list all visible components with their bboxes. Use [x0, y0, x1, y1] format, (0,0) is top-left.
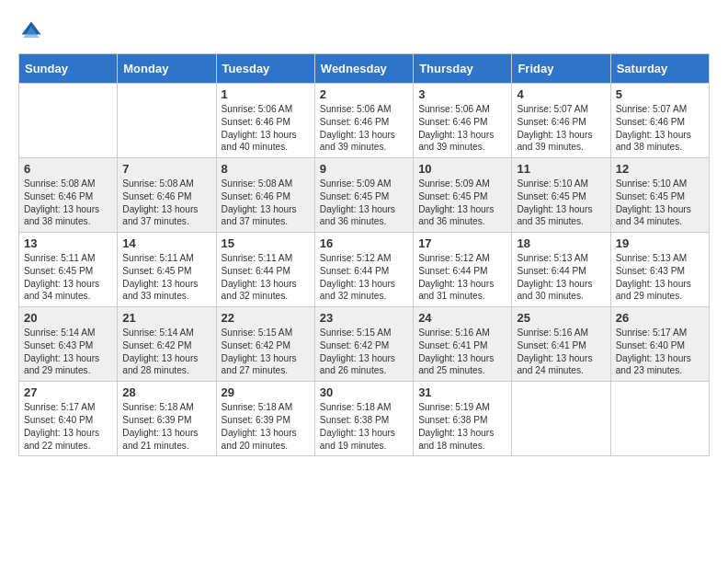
- calendar-cell: 13Sunrise: 5:11 AM Sunset: 6:45 PM Dayli…: [19, 233, 118, 307]
- calendar-cell: 27Sunrise: 5:17 AM Sunset: 6:40 PM Dayli…: [19, 382, 118, 456]
- calendar-cell: [19, 84, 118, 158]
- logo-icon: [18, 18, 44, 44]
- cell-sun-info: Sunrise: 5:10 AM Sunset: 6:45 PM Dayligh…: [517, 178, 605, 228]
- calendar-week-row: 20Sunrise: 5:14 AM Sunset: 6:43 PM Dayli…: [19, 307, 710, 382]
- calendar-week-row: 27Sunrise: 5:17 AM Sunset: 6:40 PM Dayli…: [19, 382, 710, 456]
- calendar-cell: 30Sunrise: 5:18 AM Sunset: 6:38 PM Dayli…: [314, 382, 413, 456]
- cell-sun-info: Sunrise: 5:18 AM Sunset: 6:39 PM Dayligh…: [222, 401, 310, 452]
- cell-sun-info: Sunrise: 5:17 AM Sunset: 6:40 PM Dayligh…: [616, 327, 704, 377]
- calendar-cell: 19Sunrise: 5:13 AM Sunset: 6:43 PM Dayli…: [610, 233, 709, 307]
- calendar-cell: 26Sunrise: 5:17 AM Sunset: 6:40 PM Dayli…: [610, 307, 709, 382]
- cell-sun-info: Sunrise: 5:10 AM Sunset: 6:45 PM Dayligh…: [616, 178, 704, 228]
- day-number: 3: [418, 87, 506, 101]
- calendar-cell: 7Sunrise: 5:08 AM Sunset: 6:46 PM Daylig…: [118, 158, 216, 233]
- cell-sun-info: Sunrise: 5:12 AM Sunset: 6:44 PM Dayligh…: [418, 252, 506, 303]
- cell-sun-info: Sunrise: 5:16 AM Sunset: 6:41 PM Dayligh…: [517, 327, 605, 377]
- calendar-cell: [610, 382, 709, 456]
- cell-sun-info: Sunrise: 5:18 AM Sunset: 6:39 PM Dayligh…: [122, 401, 210, 452]
- calendar-cell: 24Sunrise: 5:16 AM Sunset: 6:41 PM Dayli…: [414, 307, 512, 382]
- day-number: 15: [222, 236, 310, 250]
- day-number: 16: [320, 236, 408, 250]
- cell-sun-info: Sunrise: 5:09 AM Sunset: 6:45 PM Dayligh…: [320, 178, 408, 228]
- day-number: 11: [517, 162, 605, 176]
- calendar-cell: 9Sunrise: 5:09 AM Sunset: 6:45 PM Daylig…: [314, 158, 413, 233]
- calendar-cell: 22Sunrise: 5:15 AM Sunset: 6:42 PM Dayli…: [216, 307, 314, 382]
- day-number: 17: [418, 236, 506, 250]
- day-number: 19: [616, 236, 704, 250]
- cell-sun-info: Sunrise: 5:17 AM Sunset: 6:40 PM Dayligh…: [24, 401, 112, 452]
- cell-sun-info: Sunrise: 5:07 AM Sunset: 6:46 PM Dayligh…: [517, 103, 605, 154]
- calendar-cell: 2Sunrise: 5:06 AM Sunset: 6:46 PM Daylig…: [314, 84, 413, 158]
- calendar-cell: 21Sunrise: 5:14 AM Sunset: 6:42 PM Dayli…: [118, 307, 216, 382]
- cell-sun-info: Sunrise: 5:14 AM Sunset: 6:43 PM Dayligh…: [24, 327, 112, 377]
- day-of-week-header: Saturday: [610, 54, 709, 84]
- calendar-cell: 8Sunrise: 5:08 AM Sunset: 6:46 PM Daylig…: [216, 158, 314, 233]
- day-of-week-header: Tuesday: [216, 54, 314, 84]
- cell-sun-info: Sunrise: 5:11 AM Sunset: 6:45 PM Dayligh…: [122, 252, 210, 303]
- calendar-cell: [512, 382, 610, 456]
- cell-sun-info: Sunrise: 5:08 AM Sunset: 6:46 PM Dayligh…: [24, 178, 112, 228]
- calendar-cell: 15Sunrise: 5:11 AM Sunset: 6:44 PM Dayli…: [216, 233, 314, 307]
- cell-sun-info: Sunrise: 5:09 AM Sunset: 6:45 PM Dayligh…: [418, 178, 506, 228]
- cell-sun-info: Sunrise: 5:15 AM Sunset: 6:42 PM Dayligh…: [222, 327, 310, 377]
- day-number: 24: [418, 311, 506, 325]
- day-number: 5: [616, 87, 704, 101]
- day-number: 7: [122, 162, 210, 176]
- day-number: 13: [24, 236, 112, 250]
- day-number: 2: [320, 87, 408, 101]
- day-number: 28: [122, 385, 210, 399]
- calendar-cell: 31Sunrise: 5:19 AM Sunset: 6:38 PM Dayli…: [414, 382, 512, 456]
- day-number: 27: [24, 385, 112, 399]
- cell-sun-info: Sunrise: 5:06 AM Sunset: 6:46 PM Dayligh…: [320, 103, 408, 154]
- calendar-cell: [118, 84, 216, 158]
- calendar-header-row: SundayMondayTuesdayWednesdayThursdayFrid…: [19, 54, 710, 84]
- cell-sun-info: Sunrise: 5:14 AM Sunset: 6:42 PM Dayligh…: [122, 327, 210, 377]
- cell-sun-info: Sunrise: 5:16 AM Sunset: 6:41 PM Dayligh…: [418, 327, 506, 377]
- calendar-cell: 17Sunrise: 5:12 AM Sunset: 6:44 PM Dayli…: [414, 233, 512, 307]
- calendar-cell: 11Sunrise: 5:10 AM Sunset: 6:45 PM Dayli…: [512, 158, 610, 233]
- day-of-week-header: Friday: [512, 54, 610, 84]
- calendar-week-row: 6Sunrise: 5:08 AM Sunset: 6:46 PM Daylig…: [19, 158, 710, 233]
- day-number: 29: [222, 385, 310, 399]
- cell-sun-info: Sunrise: 5:19 AM Sunset: 6:38 PM Dayligh…: [418, 401, 506, 452]
- day-number: 21: [122, 311, 210, 325]
- day-of-week-header: Monday: [118, 54, 216, 84]
- logo: [18, 18, 48, 44]
- cell-sun-info: Sunrise: 5:13 AM Sunset: 6:44 PM Dayligh…: [517, 252, 605, 303]
- day-number: 9: [320, 162, 408, 176]
- calendar-cell: 16Sunrise: 5:12 AM Sunset: 6:44 PM Dayli…: [314, 233, 413, 307]
- calendar-cell: 10Sunrise: 5:09 AM Sunset: 6:45 PM Dayli…: [414, 158, 512, 233]
- day-number: 4: [517, 87, 605, 101]
- calendar-cell: 1Sunrise: 5:06 AM Sunset: 6:46 PM Daylig…: [216, 84, 314, 158]
- cell-sun-info: Sunrise: 5:13 AM Sunset: 6:43 PM Dayligh…: [616, 252, 704, 303]
- day-number: 25: [517, 311, 605, 325]
- calendar-cell: 6Sunrise: 5:08 AM Sunset: 6:46 PM Daylig…: [19, 158, 118, 233]
- day-number: 20: [24, 311, 112, 325]
- page-header: [18, 18, 710, 44]
- calendar-cell: 23Sunrise: 5:15 AM Sunset: 6:42 PM Dayli…: [314, 307, 413, 382]
- calendar-cell: 29Sunrise: 5:18 AM Sunset: 6:39 PM Dayli…: [216, 382, 314, 456]
- day-number: 31: [418, 385, 506, 399]
- calendar-cell: 12Sunrise: 5:10 AM Sunset: 6:45 PM Dayli…: [610, 158, 709, 233]
- calendar-cell: 4Sunrise: 5:07 AM Sunset: 6:46 PM Daylig…: [512, 84, 610, 158]
- cell-sun-info: Sunrise: 5:15 AM Sunset: 6:42 PM Dayligh…: [320, 327, 408, 377]
- day-of-week-header: Sunday: [19, 54, 118, 84]
- day-number: 8: [222, 162, 310, 176]
- day-number: 12: [616, 162, 704, 176]
- day-number: 10: [418, 162, 506, 176]
- cell-sun-info: Sunrise: 5:08 AM Sunset: 6:46 PM Dayligh…: [122, 178, 210, 228]
- calendar-cell: 3Sunrise: 5:06 AM Sunset: 6:46 PM Daylig…: [414, 84, 512, 158]
- day-number: 1: [222, 87, 310, 101]
- day-of-week-header: Wednesday: [314, 54, 413, 84]
- cell-sun-info: Sunrise: 5:08 AM Sunset: 6:46 PM Dayligh…: [222, 178, 310, 228]
- day-number: 18: [517, 236, 605, 250]
- cell-sun-info: Sunrise: 5:11 AM Sunset: 6:44 PM Dayligh…: [222, 252, 310, 303]
- day-number: 22: [222, 311, 310, 325]
- calendar-cell: 28Sunrise: 5:18 AM Sunset: 6:39 PM Dayli…: [118, 382, 216, 456]
- cell-sun-info: Sunrise: 5:18 AM Sunset: 6:38 PM Dayligh…: [320, 401, 408, 452]
- day-number: 6: [24, 162, 112, 176]
- day-number: 14: [122, 236, 210, 250]
- day-number: 26: [616, 311, 704, 325]
- cell-sun-info: Sunrise: 5:11 AM Sunset: 6:45 PM Dayligh…: [24, 252, 112, 303]
- calendar-cell: 18Sunrise: 5:13 AM Sunset: 6:44 PM Dayli…: [512, 233, 610, 307]
